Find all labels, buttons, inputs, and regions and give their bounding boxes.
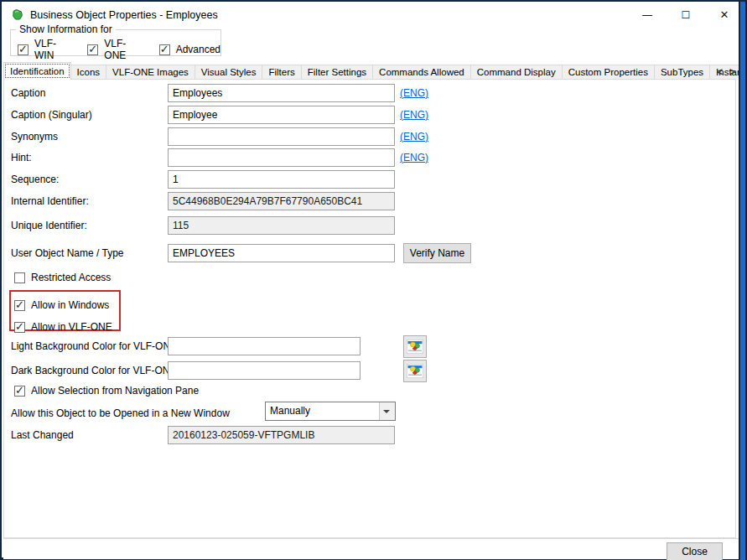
light-bg-colorpicker-button[interactable]	[403, 335, 427, 358]
synonyms-label: Synonyms	[11, 131, 58, 143]
tab-strip: Identification Icons VLF-ONE Images Visu…	[3, 63, 747, 80]
open-new-window-label: Allow this Object to be Opened in a New …	[11, 407, 230, 419]
checkbox-vlf-win[interactable]: ✓ VLF-WIN	[18, 38, 59, 61]
caption-singular-lang-link[interactable]: (ENG)	[400, 109, 428, 121]
minimize-button[interactable]: —	[634, 3, 661, 27]
close-window-button[interactable]: ✕	[711, 3, 738, 27]
allow-windows-checkbox[interactable]: ✓	[14, 300, 25, 311]
vlf-win-label: VLF-WIN	[34, 38, 59, 61]
vlf-one-label: VLF-ONE	[104, 38, 130, 61]
light-bg-input[interactable]	[168, 337, 361, 355]
allow-selection-checkbox[interactable]: ✓	[14, 386, 25, 397]
allow-vlfone-row[interactable]: ✓ Allow in VLF-ONE	[14, 321, 112, 333]
check-icon: ✓	[18, 43, 28, 55]
app-icon	[11, 8, 24, 22]
synonyms-input[interactable]	[168, 127, 395, 146]
unique-identifier-label: Unique Identifier:	[11, 220, 87, 231]
allow-selection-label: Allow Selection from Navigation Pane	[31, 385, 199, 397]
advanced-label: Advanced	[176, 44, 220, 55]
caption-lang-link[interactable]: (ENG)	[400, 87, 428, 99]
group-label: Show Information for	[16, 23, 116, 35]
checkbox-vlf-one[interactable]: ✓ VLF-ONE	[87, 38, 130, 61]
check-icon: ✓	[160, 43, 169, 55]
dropdown-button[interactable]	[379, 402, 395, 420]
tab-scroll-right-icon[interactable]: >	[729, 66, 735, 78]
dark-bg-label: Dark Background Color for VLF-ONE	[11, 365, 176, 376]
tab-visual-styles[interactable]: Visual Styles	[195, 65, 263, 80]
sequence-input[interactable]	[168, 170, 395, 189]
tab-custom-properties[interactable]: Custom Properties	[562, 65, 655, 80]
hint-lang-link[interactable]: (ENG)	[400, 152, 428, 163]
caption-input[interactable]	[168, 84, 395, 102]
tab-filter-settings[interactable]: Filter Settings	[301, 65, 373, 80]
open-new-window-dropdown[interactable]: Manually	[265, 402, 396, 421]
dark-bg-colorpicker-button[interactable]	[403, 360, 427, 382]
tab-commands-allowed[interactable]: Commands Allowed	[372, 65, 471, 80]
footer-divider	[3, 538, 740, 539]
allow-windows-label: Allow in Windows	[31, 299, 109, 311]
color-palette-icon	[407, 340, 423, 354]
close-button[interactable]: Close	[667, 542, 723, 560]
internal-identifier-field	[168, 192, 395, 210]
allow-windows-row[interactable]: ✓ Allow in Windows	[14, 299, 109, 311]
tab-identification[interactable]: Identification	[3, 62, 71, 80]
identification-tab-panel: Caption (ENG) Caption (Singular) (ENG) S…	[3, 79, 736, 538]
user-object-label: User Object Name / Type	[11, 247, 124, 259]
check-icon: ✓	[15, 320, 24, 333]
internal-identifier-label: Internal Identifier:	[11, 195, 89, 207]
caption-singular-label: Caption (Singular)	[11, 109, 92, 121]
check-icon: ✓	[15, 298, 24, 311]
color-palette-icon	[407, 364, 423, 378]
tab-command-display[interactable]: Command Display	[470, 65, 563, 80]
hint-input[interactable]	[168, 148, 395, 167]
chevron-down-icon	[383, 410, 390, 413]
background-window-edge	[739, 2, 747, 560]
unique-identifier-field	[168, 216, 395, 235]
restricted-access-checkbox[interactable]	[14, 272, 25, 283]
light-bg-label: Light Background Color for VLF-ONE	[11, 340, 177, 352]
window-title: Business Object Properties - Employees	[30, 9, 218, 21]
restricted-access-row[interactable]: Restricted Access	[14, 272, 111, 283]
synonyms-lang-link[interactable]: (ENG)	[400, 131, 428, 143]
caption-label: Caption	[11, 87, 45, 99]
allow-vlfone-checkbox[interactable]: ✓	[14, 322, 25, 333]
allow-vlfone-label: Allow in VLF-ONE	[31, 321, 112, 333]
check-icon: ✓	[15, 384, 24, 397]
dialog-window: Business Object Properties - Employees —…	[0, 0, 747, 560]
verify-name-button[interactable]: Verify Name	[403, 243, 471, 263]
check-icon: ✓	[88, 43, 97, 55]
hint-label: Hint:	[11, 152, 32, 163]
vlf-win-checkbox[interactable]: ✓	[18, 44, 29, 55]
show-information-group: Show Information for ✓ VLF-WIN ✓ VLF-ONE…	[10, 29, 221, 56]
dropdown-selected-value: Manually	[270, 405, 310, 417]
allow-selection-row[interactable]: ✓ Allow Selection from Navigation Pane	[14, 385, 199, 397]
caption-singular-input[interactable]	[168, 106, 395, 124]
vlf-one-checkbox[interactable]: ✓	[87, 44, 98, 55]
checkbox-advanced[interactable]: ✓ Advanced	[159, 38, 220, 61]
sequence-label: Sequence:	[11, 174, 59, 185]
tab-scroll-left-icon[interactable]: <	[717, 66, 723, 78]
advanced-checkbox[interactable]: ✓	[159, 44, 170, 55]
last-changed-label: Last Changed	[11, 429, 74, 441]
tab-icons[interactable]: Icons	[70, 65, 107, 80]
tab-scroll-buttons: < >	[717, 66, 735, 78]
dark-bg-input[interactable]	[168, 361, 361, 380]
restricted-access-label: Restricted Access	[31, 272, 111, 283]
tab-subtypes[interactable]: SubTypes	[654, 65, 710, 80]
tab-vlf-one-images[interactable]: VLF-ONE Images	[106, 65, 195, 80]
user-object-input[interactable]	[168, 244, 395, 262]
maximize-button[interactable]: ☐	[672, 3, 699, 27]
tab-filters[interactable]: Filters	[262, 65, 301, 80]
last-changed-field	[168, 426, 395, 444]
